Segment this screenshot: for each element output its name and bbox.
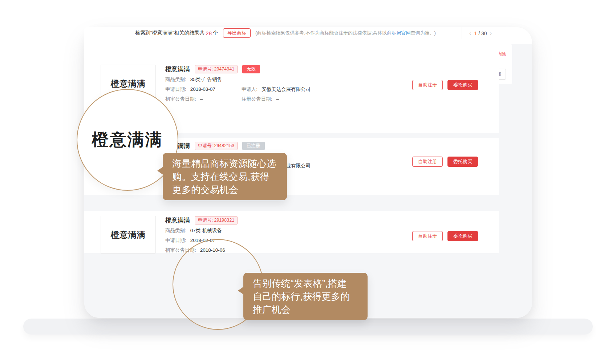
application-number-label: 申请号: <box>198 218 213 223</box>
magnified-trademark-text: 橙意满满 <box>92 129 163 151</box>
apply-date-value: 2018-03-07 <box>190 86 215 92</box>
disclaimer-prefix: (商标检索结果仅供参考,不作为商标能否注册的法律依据;具体以 <box>255 30 387 36</box>
trademark-name: 橙意满满 <box>165 216 190 225</box>
trademark-title-line: 橙意满满 申请号: 29482153 已注册 <box>165 141 412 150</box>
pagination: ‹ 1 / 30 › <box>462 27 499 39</box>
entrust-buy-button[interactable]: 委托购买 <box>447 231 478 241</box>
category-value: 07类-机械设备 <box>190 228 222 233</box>
application-number-value: 29482153 <box>214 143 234 148</box>
total-pages: 30 <box>481 31 487 36</box>
disclaimer-suffix: 查询为准。) <box>411 30 436 36</box>
entrust-buy-button[interactable]: 委托购买 <box>447 80 478 90</box>
trademark-title-line: 橙意满满 申请号: 29198321 <box>165 216 412 225</box>
first-pub-value: – <box>200 96 203 102</box>
laptop-base <box>23 319 593 335</box>
applicant-value: 安徽美达会展有限公司 <box>262 86 311 92</box>
first-pub-cell: 初审公告日期:– <box>165 96 240 103</box>
apply-date-label: 申请日期: <box>165 238 186 243</box>
bubble-line: 推广机会 <box>253 303 358 316</box>
applicant-cell: 申请人:安徽美达会展有限公司 <box>242 86 311 92</box>
row-actions: 自助注册 委托购买 <box>412 80 478 90</box>
trademark-title-line: 橙意满满 申请号: 29474941 无效 <box>165 65 412 73</box>
category-line: 商品类别:35类-广告销售 <box>165 76 412 83</box>
trademark-image-text: 橙意满满 <box>111 78 146 89</box>
application-number-tag: 申请号: 29474941 <box>195 65 238 73</box>
bubble-line: 自己的标行,获得更多的 <box>253 290 358 303</box>
next-page-icon[interactable]: › <box>490 30 492 36</box>
bubble-line: 更多的交易机会 <box>172 183 277 196</box>
page-indicator: 1 / 30 <box>474 31 487 36</box>
trademark-office-link[interactable]: 商标局官网 <box>387 30 411 36</box>
status-badge: 无效 <box>242 65 260 73</box>
publication-line: 初审公告日期:– 注册公告日期:– <box>165 96 412 103</box>
disclaimer-note: (商标检索结果仅供参考,不作为商标能否注册的法律依据;具体以商标局官网查询为准。… <box>255 30 436 36</box>
trademark-image: 橙意满满 <box>101 216 156 254</box>
trademark-name: 橙意满满 <box>165 65 190 73</box>
category-line: 商品类别:07类-机械设备 <box>165 227 412 234</box>
category-value: 35类-广告销售 <box>190 77 222 82</box>
category-label: 商品类别: <box>165 77 186 82</box>
callout-bubble-1: 海量精品商标资源随心选 购。支持在线交易,获得 更多的交易机会 <box>163 153 287 200</box>
current-page: 1 <box>474 31 477 36</box>
application-number-value: 29474941 <box>214 66 234 72</box>
entrust-buy-button[interactable]: 委托购买 <box>447 157 478 167</box>
export-trademark-button[interactable]: 导出商标 <box>223 28 251 38</box>
self-register-button[interactable]: 自助注册 <box>412 80 443 90</box>
self-register-button[interactable]: 自助注册 <box>412 157 443 167</box>
trademark-details: 橙意满满 申请号: 29474941 无效 商品类别:35类-广告销售 申请日期… <box>165 65 412 103</box>
results-block-3: 橙意满满 橙意满满 申请号: 29198321 商品类别:07类-机械设备 申请… <box>84 211 499 253</box>
row-actions: 自助注册 委托购买 <box>412 231 478 241</box>
bubble-line: 海量精品商标资源随心选 <box>172 157 277 170</box>
status-badge: 已注册 <box>242 142 265 150</box>
results-summary-text: 检索到“橙意满满”相关的结果共 <box>135 30 204 36</box>
apply-date-label: 申请日期: <box>165 86 186 92</box>
trademark-image-text: 橙意满满 <box>111 229 146 240</box>
application-number-tag: 申请号: 29482153 <box>195 142 238 150</box>
apply-date-cell: 申请日期:2018-03-07 <box>165 86 240 93</box>
table-row: 橙意满满 橙意满满 申请号: 29198321 商品类别:07类-机械设备 申请… <box>84 211 499 254</box>
application-number-label: 申请号: <box>198 66 213 72</box>
reg-pub-value: – <box>276 96 279 102</box>
application-number-value: 29198321 <box>214 218 234 223</box>
page: 当前选择 02 颜料油漆 × 全部清除 商标分类 01 化学原料 02 颜料油漆… <box>0 0 616 364</box>
self-register-button[interactable]: 自助注册 <box>412 231 443 241</box>
apply-line: 申请日期:2018-03-07 申请人:安徽美达会展有限公司 <box>165 86 412 93</box>
bubble-arrow-left-icon <box>157 167 163 175</box>
prev-page-icon[interactable]: ‹ <box>469 30 471 36</box>
page-separator: / <box>478 31 480 36</box>
reg-pub-cell: 注册公告日期:– <box>242 96 279 102</box>
applicant-label: 申请人: <box>242 86 258 92</box>
row-actions: 自助注册 委托购买 <box>412 157 478 167</box>
category-label: 商品类别: <box>165 228 186 233</box>
reg-pub-label: 注册公告日期: <box>242 96 272 102</box>
first-pub-label: 初审公告日期: <box>165 96 196 102</box>
results-header: 检索到“橙意满满”相关的结果共 28 个 导出商标 (商标检索结果仅供参考,不作… <box>84 27 499 39</box>
results-count: 28 <box>206 30 212 36</box>
bubble-arrow-left-icon <box>238 287 244 295</box>
results-unit: 个 <box>213 30 218 36</box>
bubble-line: 告别传统“发表格”,搭建 <box>253 277 358 290</box>
application-number-tag: 申请号: 29198321 <box>195 216 238 225</box>
bubble-line: 购。支持在线交易,获得 <box>172 170 277 183</box>
callout-bubble-2: 告别传统“发表格”,搭建 自己的标行,获得更多的 推广机会 <box>243 273 368 320</box>
application-number-label: 申请号: <box>198 143 213 148</box>
